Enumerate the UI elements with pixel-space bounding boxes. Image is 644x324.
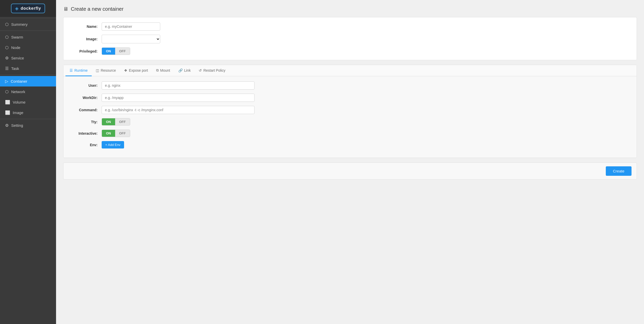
image-label: Image:	[70, 37, 98, 41]
command-input[interactable]	[102, 106, 254, 114]
sidebar-label-task: Task	[11, 66, 19, 71]
tab-link-label: Link	[184, 68, 191, 72]
image-row: Image:	[70, 35, 630, 43]
env-row: Env: + Add Env	[70, 141, 630, 148]
task-icon: ☰	[5, 66, 9, 71]
sidebar-label-image: Image	[13, 110, 23, 115]
tty-off-button[interactable]: OFF	[115, 118, 130, 125]
sidebar-label-node: Node	[11, 45, 20, 50]
sidebar-item-node[interactable]: ⬡ Node	[0, 42, 56, 53]
interactive-off-button[interactable]: OFF	[115, 130, 130, 137]
tty-row: Tty: ON OFF	[70, 118, 630, 126]
interactive-label: Interactive:	[70, 131, 98, 135]
command-row: Command:	[70, 106, 630, 114]
interactive-on-button[interactable]: ON	[102, 130, 115, 137]
sidebar-item-swarm[interactable]: ⬡ Swarm	[0, 32, 56, 42]
privileged-toggle: ON OFF	[102, 47, 130, 55]
sidebar-label-service: Service	[11, 56, 24, 60]
page-title: Create a new container	[71, 6, 124, 12]
logo-text: dockerfly	[21, 6, 41, 11]
sidebar-label-network: Network	[11, 90, 25, 94]
link-tab-icon: 🔗	[178, 68, 183, 72]
page-header-icon: 🖥	[63, 6, 68, 12]
bottom-bar: Create	[63, 163, 637, 180]
tab-mount-label: Mount	[160, 68, 170, 72]
tab-restart-policy-label: Restart Policy	[203, 68, 225, 72]
name-label: Name:	[70, 24, 98, 29]
tty-on-button[interactable]: ON	[102, 118, 115, 125]
tab-expose-port-label: Expose port	[129, 68, 148, 72]
tab-resource-label: Resource	[101, 68, 116, 72]
create-button[interactable]: Create	[606, 166, 632, 176]
name-row: Name:	[70, 22, 630, 31]
tab-resource[interactable]: ◫ Resource	[92, 65, 120, 76]
volume-icon: ⬜	[5, 100, 10, 105]
basic-form-card: Name: Image: Privileged: ON OFF	[63, 17, 637, 60]
tabs-header: ☰ Runtime ◫ Resource ❖ Expose port ⧉ Mou…	[63, 65, 637, 76]
interactive-row: Interactive: ON OFF	[70, 130, 630, 137]
sidebar-item-volume[interactable]: ⬜ Volume	[0, 97, 56, 107]
logo-icon: ◈	[15, 6, 19, 11]
sidebar-label-container: Contianer	[11, 79, 27, 83]
image-select[interactable]	[102, 35, 160, 43]
container-icon: ▷	[5, 79, 8, 84]
tabs-body: User: WorkDir: Command: Tty: ON OFF	[63, 76, 637, 158]
user-row: User:	[70, 81, 630, 90]
resource-tab-icon: ◫	[96, 68, 99, 72]
sidebar-label-summery: Summery	[11, 22, 28, 27]
user-label: User:	[70, 83, 98, 88]
interactive-toggle: ON OFF	[102, 130, 130, 137]
sidebar-item-service[interactable]: ⚙ Service	[0, 53, 56, 63]
node-icon: ⬡	[5, 45, 9, 50]
privileged-row: Privileged: ON OFF	[70, 47, 630, 55]
tab-runtime[interactable]: ☰ Runtime	[65, 65, 92, 76]
logo-area: ◈ dockerfly	[0, 0, 56, 17]
workdir-label: WorkDir:	[70, 96, 98, 100]
workdir-input[interactable]	[102, 94, 254, 102]
tty-label: Tty:	[70, 120, 98, 124]
sidebar-item-container[interactable]: ▷ Contianer	[0, 76, 56, 86]
page-header: 🖥 Create a new container	[63, 6, 637, 12]
sidebar: ◈ dockerfly ⬡ Summery ⬡ Swarm ⬡ Node ⚙ S…	[0, 0, 56, 324]
tab-runtime-label: Runtime	[74, 68, 88, 72]
mount-tab-icon: ⧉	[156, 68, 159, 72]
tab-mount[interactable]: ⧉ Mount	[152, 65, 174, 76]
service-icon: ⚙	[5, 56, 9, 60]
sidebar-item-summery[interactable]: ⬡ Summery	[0, 19, 56, 30]
name-input[interactable]	[102, 22, 160, 31]
tab-link[interactable]: 🔗 Link	[174, 65, 195, 76]
image-icon: ⬜	[5, 110, 10, 115]
env-label: Env:	[70, 143, 98, 147]
expose-port-tab-icon: ❖	[124, 68, 127, 72]
sidebar-item-setting[interactable]: ⚙ Setting	[0, 120, 56, 131]
sidebar-label-volume: Volume	[13, 100, 25, 104]
restart-policy-tab-icon: ↺	[199, 68, 202, 72]
main-content: 🖥 Create a new container Name: Image: Pr…	[56, 0, 644, 324]
network-icon: ⬡	[5, 89, 9, 94]
sidebar-label-swarm: Swarm	[11, 35, 23, 39]
sidebar-item-image[interactable]: ⬜ Image	[0, 107, 56, 118]
setting-icon: ⚙	[5, 123, 9, 128]
runtime-tab-icon: ☰	[70, 68, 73, 72]
privileged-label: Privileged:	[70, 49, 98, 53]
logo[interactable]: ◈ dockerfly	[11, 4, 45, 13]
tabs-card: ☰ Runtime ◫ Resource ❖ Expose port ⧉ Mou…	[63, 65, 637, 158]
add-env-button[interactable]: + Add Env	[102, 141, 124, 148]
sidebar-item-task[interactable]: ☰ Task	[0, 63, 56, 74]
tab-restart-policy[interactable]: ↺ Restart Policy	[195, 65, 229, 76]
summery-icon: ⬡	[5, 22, 9, 27]
tab-expose-port[interactable]: ❖ Expose port	[120, 65, 152, 76]
privileged-off-button[interactable]: OFF	[115, 48, 130, 55]
workdir-row: WorkDir:	[70, 94, 630, 102]
sidebar-item-network[interactable]: ⬡ Network	[0, 86, 56, 97]
privileged-on-button[interactable]: ON	[102, 48, 115, 55]
user-input[interactable]	[102, 81, 254, 90]
sidebar-label-setting: Setting	[11, 123, 23, 128]
command-label: Command:	[70, 108, 98, 112]
swarm-icon: ⬡	[5, 35, 9, 40]
tty-toggle: ON OFF	[102, 118, 130, 126]
